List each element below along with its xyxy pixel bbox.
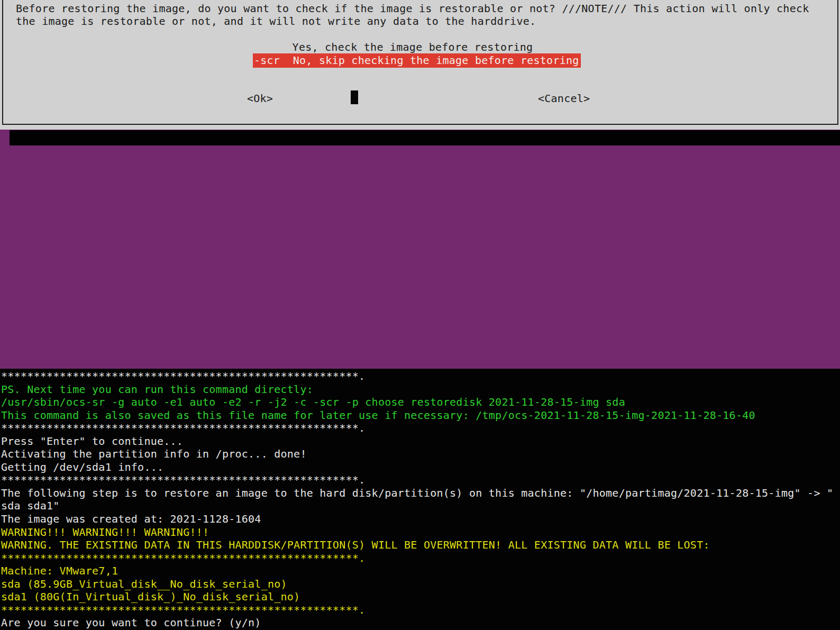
terminal-line: Press "Enter" to continue... (0, 435, 840, 448)
dialog-message-line1: Before restoring the image, do you want … (16, 2, 809, 15)
terminal-line-warning: WARNING!!! WARNING!!! WARNING!!! (0, 526, 840, 539)
option-yes-check-image[interactable]: Yes, check the image before restoring (0, 41, 825, 53)
terminal-line: This command is also saved as this file … (0, 409, 840, 422)
terminal-line: The image was created at: 2021-1128-1604 (0, 513, 840, 526)
terminal-line: PS. Next time you can run this command d… (0, 383, 840, 396)
terminal-line: sda (85.9GB_Virtual_disk__No_disk_serial… (0, 578, 840, 591)
terminal-line: Machine: VMware7,1 (0, 564, 840, 578)
terminal-line: sda sda1" (0, 499, 840, 513)
terminal-separator: ****************************************… (0, 422, 840, 435)
terminal-prompt-continue[interactable]: Are you sure you want to continue? (y/n) (0, 616, 840, 629)
cancel-button[interactable]: <Cancel> (538, 92, 590, 105)
dialog-message-line2: the image is restorable or not, and it w… (16, 15, 536, 28)
terminal-separator: ****************************************… (0, 473, 840, 487)
terminal-line-warning: WARNING. THE EXISTING DATA IN THIS HARDD… (0, 538, 840, 552)
terminal-line: Getting /dev/sda1 info... (0, 461, 840, 474)
terminal-line-command: /usr/sbin/ocs-sr -g auto -e1 auto -e2 -r… (0, 396, 840, 409)
terminal-separator: ****************************************… (0, 370, 840, 383)
terminal-line: The following step is to restore an imag… (0, 487, 840, 500)
terminal-line: Activating the partition info in /proc..… (0, 448, 840, 461)
terminal-output: ****************************************… (0, 369, 840, 630)
option-no-skip-check-selected[interactable]: -scr No, skip checking the image before … (253, 53, 581, 68)
ok-button[interactable]: <Ok> (247, 92, 273, 105)
text-cursor-block (351, 90, 358, 104)
desktop-background (0, 130, 840, 369)
restore-check-dialog: Before restoring the image, do you want … (0, 0, 840, 130)
terminal-separator: ****************************************… (0, 604, 840, 617)
terminal-separator: ****************************************… (0, 552, 840, 565)
terminal-line: sda1 (80G(In_Virtual_disk_)_No_disk_seri… (0, 590, 840, 604)
dialog-shadow (10, 130, 840, 145)
